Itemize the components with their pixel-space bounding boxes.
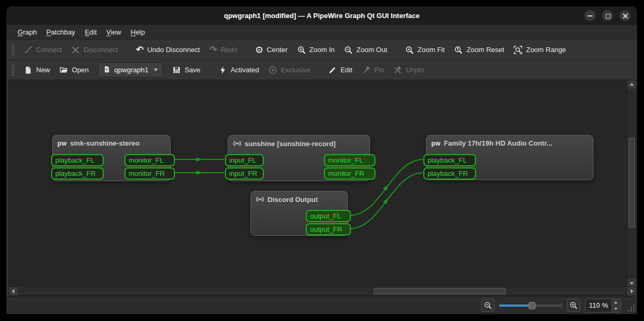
- toolbar-separator: [246, 44, 247, 56]
- port-monitor-fr[interactable]: monitor_FR: [124, 167, 175, 180]
- app-window: qpwgraph1 [modified] — A PipeWire Graph …: [6, 6, 637, 314]
- scroll-left-button[interactable]: [9, 287, 18, 295]
- menu-graph[interactable]: Graph: [13, 26, 41, 38]
- edit-button[interactable]: Edit: [323, 63, 357, 77]
- toolbar-drag-handle[interactable]: [11, 44, 14, 56]
- menu-view[interactable]: View: [102, 26, 126, 38]
- menu-edit[interactable]: Edit: [80, 26, 101, 38]
- toolbar-drag-handle[interactable]: [11, 64, 14, 76]
- disconnect-label: Disconnect: [83, 46, 118, 54]
- zoom-in-button[interactable]: Zoom In: [292, 43, 340, 57]
- chevron-down-icon: [154, 69, 158, 71]
- pin-label: Pin: [374, 66, 384, 74]
- statusbar-zoom-out-button[interactable]: [481, 299, 495, 312]
- connect-button[interactable]: Connect: [19, 43, 66, 57]
- save-button[interactable]: Save: [168, 63, 205, 77]
- vertical-scrollbar-thumb[interactable]: [629, 138, 635, 228]
- scroll-up-button[interactable]: [628, 80, 636, 89]
- window-resize-grip[interactable]: [628, 304, 635, 311]
- unpin-label: Unpin: [406, 66, 424, 74]
- toolbar-separator: [319, 64, 320, 76]
- zoom-out-label: Zoom Out: [356, 46, 387, 54]
- zoom-percent-spinbox[interactable]: 110 %: [585, 299, 621, 312]
- zoom-fit-button[interactable]: Zoom Fit: [400, 43, 449, 57]
- zoom-out-icon: [484, 301, 492, 309]
- port-monitor-fl[interactable]: monitor_FL: [124, 154, 175, 166]
- unpin-button[interactable]: Unpin: [389, 63, 429, 77]
- minimize-button[interactable]: [584, 10, 596, 21]
- node-sunshine-record[interactable]: sunshine [sunshine-record] input_FL inpu…: [228, 135, 370, 181]
- maximize-icon: [602, 10, 613, 21]
- horizontal-scrollbar[interactable]: [9, 286, 636, 295]
- zoom-slider[interactable]: [499, 300, 562, 311]
- horizontal-scrollbar-thumb[interactable]: [374, 288, 506, 294]
- toolbar-separator: [209, 64, 210, 76]
- connect-label: Connect: [36, 46, 62, 54]
- close-icon: [620, 10, 631, 21]
- spin-up-button[interactable]: [612, 299, 621, 306]
- port-playback-fr[interactable]: playback_FR: [423, 167, 476, 180]
- activated-button[interactable]: Activated: [214, 63, 264, 77]
- node-header: Discord Output: [251, 191, 347, 204]
- exclusive-button[interactable]: Exclusive: [264, 63, 315, 77]
- maximize-button[interactable]: [602, 10, 613, 21]
- zoom-slider-fill: [499, 305, 532, 307]
- node-sink-sunshine-stereo[interactable]: pw sink-sunshine-stereo playback_FL play…: [52, 135, 171, 181]
- node-title: sink-sunshine-stereo: [70, 139, 140, 147]
- zoom-out-icon: [344, 46, 353, 54]
- graph-canvas[interactable]: pw sink-sunshine-stereo playback_FL play…: [9, 80, 637, 296]
- window-title: qpwgraph1 [modified] — A PipeWire Graph …: [224, 12, 420, 20]
- port-output-fr[interactable]: output_FR: [306, 223, 351, 235]
- port-monitor-fl[interactable]: monitor_FL: [324, 154, 375, 166]
- save-icon: [172, 66, 181, 74]
- redo-button[interactable]: ↷ Redo: [205, 43, 242, 57]
- redo-icon: ↷: [210, 46, 217, 54]
- port-playback-fl[interactable]: playback_FL: [51, 154, 104, 166]
- node-title: Family 17h/19h HD Audio Contr...: [444, 139, 553, 147]
- new-file-icon: [24, 66, 32, 74]
- vertical-scrollbar[interactable]: [627, 80, 636, 288]
- disconnect-icon: [71, 46, 80, 54]
- center-label: Center: [267, 46, 288, 54]
- zoom-percent-value[interactable]: 110 %: [586, 299, 612, 312]
- open-button[interactable]: Open: [55, 63, 94, 77]
- port-playback-fl[interactable]: playback_FL: [423, 154, 476, 166]
- zoom-in-icon: [570, 301, 578, 309]
- pencil-icon: [328, 66, 337, 74]
- statusbar-zoom-in-button[interactable]: [567, 299, 580, 312]
- node-family-hd-audio[interactable]: pw Family 17h/19h HD Audio Contr... play…: [426, 135, 593, 180]
- node-discord-output[interactable]: Discord Output output_FL output_FR: [250, 191, 348, 236]
- port-monitor-fr[interactable]: monitor_FR: [324, 167, 375, 180]
- zoom-reset-icon: [454, 46, 463, 54]
- patchbay-profile-combobox[interactable]: qpwgraph1: [98, 62, 163, 78]
- spin-down-button[interactable]: [612, 306, 621, 312]
- zoom-reset-button[interactable]: Zoom Reset: [449, 43, 509, 57]
- port-playback-fr[interactable]: playback_FR: [51, 167, 104, 180]
- node-title: sunshine [sunshine-record]: [245, 140, 336, 148]
- pin-button[interactable]: Pin: [357, 63, 389, 77]
- undo-disconnect-button[interactable]: ↶ Undo Disconnect: [131, 43, 205, 57]
- zoom-slider-handle[interactable]: [529, 302, 536, 309]
- menu-help[interactable]: Help: [126, 26, 150, 38]
- scroll-right-button[interactable]: [628, 287, 636, 295]
- center-button[interactable]: ⊙ Center: [250, 43, 292, 57]
- close-button[interactable]: [620, 10, 631, 21]
- zoom-out-button[interactable]: Zoom Out: [339, 43, 392, 57]
- menu-patchbay[interactable]: Patchbay: [41, 26, 80, 38]
- zoom-range-icon: [514, 46, 522, 54]
- pipewire-icon: pw: [57, 140, 67, 147]
- port-input-fl[interactable]: input_FL: [225, 154, 264, 166]
- zoom-in-label: Zoom In: [310, 46, 335, 54]
- circled-lightning-icon: [269, 66, 277, 74]
- port-input-fr[interactable]: input_FR: [225, 167, 264, 180]
- node-header: pw Family 17h/19h HD Audio Contr...: [426, 136, 593, 147]
- window-controls: [584, 10, 631, 21]
- zoom-range-button[interactable]: Zoom Range: [509, 43, 571, 57]
- save-label: Save: [185, 66, 200, 74]
- new-button[interactable]: New: [19, 63, 55, 77]
- zoom-fit-label: Zoom Fit: [417, 46, 445, 54]
- new-label: New: [36, 66, 50, 74]
- undo-icon: ↶: [136, 46, 144, 54]
- port-output-fl[interactable]: output_FL: [306, 210, 351, 222]
- disconnect-button[interactable]: Disconnect: [66, 43, 122, 57]
